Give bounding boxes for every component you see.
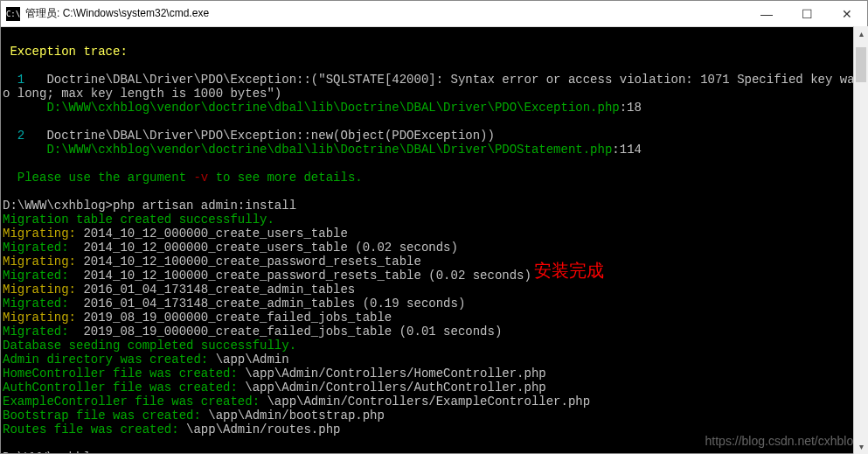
- trace-body: o long; max key length is 1000 bytes"): [3, 87, 281, 101]
- annotation-label: 安装完成: [534, 263, 604, 277]
- titlebar[interactable]: C:\ 管理员: C:\Windows\system32\cmd.exe — ☐…: [1, 1, 867, 27]
- cursor-icon: _: [113, 452, 120, 453]
- cmd-window: C:\ 管理员: C:\Windows\system32\cmd.exe — ☐…: [0, 0, 868, 454]
- created-label: Routes file was created:: [3, 423, 186, 437]
- trace-body: Doctrine\DBAL\Driver\PDO\Exception::new(…: [46, 129, 494, 143]
- migration-name: 2014_10_12_100000_create_password_resets…: [76, 269, 531, 283]
- trace-line: :18: [620, 101, 642, 115]
- trace-path: D:\WWW\cxhblog\vendor\doctrine\dbal\lib\…: [3, 143, 612, 157]
- close-button[interactable]: ✕: [827, 1, 867, 27]
- migration-name: 2019_08_19_000000_create_failed_jobs_tab…: [76, 325, 502, 339]
- created-path: \app\Admin/bootstrap.php: [208, 409, 385, 423]
- migrated-label: Migrated:: [3, 325, 76, 339]
- created-path: \app\Admin: [216, 353, 289, 367]
- created-label: AuthController file was created:: [3, 381, 245, 395]
- status-line: Migration table created successfully.: [3, 213, 274, 227]
- hint-text: to see more details.: [208, 171, 362, 185]
- created-path: \app\Admin/Controllers/AuthController.ph…: [245, 381, 545, 395]
- minimize-button[interactable]: —: [746, 1, 787, 27]
- maximize-button[interactable]: ☐: [787, 1, 827, 27]
- migration-name: 2019_08_19_000000_create_failed_jobs_tab…: [76, 311, 392, 325]
- created-path: \app\Admin/routes.php: [186, 423, 340, 437]
- terminal-output[interactable]: Exception trace: 1 Doctrine\DBAL\Driver\…: [1, 27, 867, 453]
- created-path: \app\Admin/Controllers/ExampleController…: [267, 395, 590, 409]
- migrating-label: Migrating:: [3, 227, 76, 241]
- scrollbar-thumb[interactable]: [856, 47, 866, 82]
- migrated-label: Migrated:: [3, 297, 76, 311]
- migrated-label: Migrated:: [3, 241, 76, 255]
- window-controls: — ☐ ✕: [746, 1, 867, 27]
- migration-name: 2014_10_12_000000_create_users_table: [76, 227, 348, 241]
- scroll-up-icon[interactable]: ▴: [854, 26, 868, 41]
- migration-name: 2014_10_12_000000_create_users_table (0.…: [76, 241, 458, 255]
- vertical-scrollbar[interactable]: ▴ ▾: [853, 26, 868, 454]
- exception-trace-header: Exception trace:: [3, 45, 128, 59]
- prompt: D:\WWW\cxhblog>: [3, 199, 113, 213]
- cmd-icon: C:\: [6, 7, 20, 21]
- created-label: Bootstrap file was created:: [3, 409, 208, 423]
- trace-body: Doctrine\DBAL\Driver\PDO\Exception::("SQ…: [46, 73, 867, 87]
- migrating-label: Migrating:: [3, 255, 76, 269]
- migrated-label: Migrated:: [3, 269, 76, 283]
- trace-index: 1: [3, 73, 46, 87]
- prompt: D:\WWW\cxhblog>: [3, 451, 113, 453]
- migration-name: 2016_01_04_173148_create_admin_tables (0…: [76, 297, 465, 311]
- hint-text: Please use the argument: [3, 171, 193, 185]
- trace-line: :114: [612, 143, 642, 157]
- command-input: php artisan admin:install: [113, 199, 296, 213]
- created-label: HomeController file was created:: [3, 367, 245, 381]
- status-line: Database seeding completed successfully.: [3, 339, 296, 353]
- migrating-label: Migrating:: [3, 311, 76, 325]
- created-path: \app\Admin/Controllers/HomeController.ph…: [245, 367, 545, 381]
- created-label: ExampleController file was created:: [3, 395, 267, 409]
- hint-flag: -v: [193, 171, 208, 185]
- trace-index: 2: [3, 129, 46, 143]
- migration-name: 2014_10_12_100000_create_password_resets…: [76, 255, 421, 269]
- watermark-text: https://blog.csdn.net/cxhblog: [705, 434, 860, 448]
- migrating-label: Migrating:: [3, 283, 76, 297]
- window-title: 管理员: C:\Windows\system32\cmd.exe: [25, 6, 746, 21]
- created-label: Admin directory was created:: [3, 353, 216, 367]
- scroll-down-icon[interactable]: ▾: [854, 439, 868, 454]
- migration-name: 2016_01_04_173148_create_admin_tables: [76, 283, 355, 297]
- trace-path: D:\WWW\cxhblog\vendor\doctrine\dbal\lib\…: [3, 101, 620, 115]
